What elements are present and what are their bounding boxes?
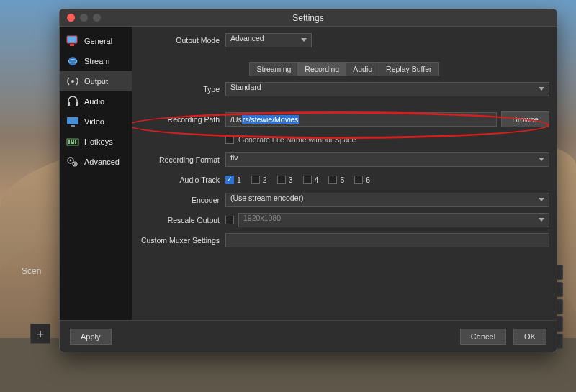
sidebar-item-label: Stream	[84, 57, 109, 65]
rescale-resolution-select: 1920x1080	[238, 213, 549, 227]
tab-streaming[interactable]: Streaming	[249, 62, 298, 76]
audio-track-label: Audio Track	[139, 176, 225, 184]
generate-filename-checkbox[interactable]	[225, 135, 234, 144]
sidebar-item-video[interactable]: Video	[60, 111, 132, 132]
gears-icon	[66, 155, 80, 168]
ok-button[interactable]: OK	[513, 329, 546, 345]
cancel-button[interactable]: Cancel	[460, 329, 506, 345]
svg-rect-8	[71, 125, 75, 127]
monitor-icon	[66, 35, 80, 47]
track-1-checkbox[interactable]	[225, 176, 234, 184]
svg-rect-7	[67, 117, 78, 124]
apply-button[interactable]: Apply	[70, 329, 112, 345]
headphones-icon	[66, 95, 80, 108]
recording-path-input[interactable]: /Usrs/stewie/Movies ⌶	[225, 112, 497, 127]
path-prefix: /Us	[230, 115, 242, 124]
sidebar-item-label: Output	[84, 77, 108, 86]
window-title: Settings	[60, 13, 557, 23]
tab-replay-buffer[interactable]: Replay Buffer	[379, 62, 438, 76]
svg-rect-10	[68, 140, 70, 142]
tab-recording[interactable]: Recording	[298, 62, 346, 76]
recording-format-select[interactable]: flv	[225, 152, 549, 167]
sidebar-item-stream[interactable]: Stream	[60, 51, 132, 71]
settings-footer: Apply Cancel OK	[60, 320, 557, 352]
main-window-scene-label: Scen	[22, 266, 41, 276]
sidebar-item-label: Audio	[84, 97, 104, 106]
output-mode-label: Output Mode	[139, 36, 225, 45]
globe-icon	[66, 55, 80, 68]
sidebar-item-label: Advanced	[84, 158, 120, 166]
recording-format-label: Recording Format	[139, 155, 225, 164]
type-label: Type	[139, 85, 225, 94]
sidebar-item-label: Video	[84, 117, 104, 126]
svg-rect-5	[68, 102, 70, 106]
track-num: 4	[315, 176, 319, 184]
svg-rect-1	[70, 44, 74, 46]
svg-point-4	[71, 80, 74, 83]
track-num: 1	[237, 176, 241, 184]
cursor-icon: ⌶	[245, 111, 251, 123]
settings-main-panel: Output Mode Advanced Streaming Recording…	[132, 27, 557, 320]
svg-rect-14	[68, 142, 70, 144]
settings-window: Settings General Stream Output Audio Vid	[59, 9, 557, 352]
svg-rect-6	[76, 102, 78, 106]
svg-rect-13	[75, 140, 76, 142]
track-4-checkbox[interactable]	[303, 176, 312, 184]
sidebar-item-label: Hotkeys	[84, 137, 113, 146]
svg-point-18	[70, 160, 72, 162]
muxer-label: Custom Muxer Settings	[139, 236, 225, 245]
sidebar-item-label: General	[84, 37, 112, 45]
muxer-input[interactable]	[225, 233, 549, 247]
svg-rect-11	[71, 140, 72, 142]
track-num: 3	[289, 176, 293, 184]
track-5-checkbox[interactable]	[328, 176, 337, 184]
sidebar-item-general[interactable]: General	[60, 31, 132, 51]
svg-rect-15	[71, 142, 74, 144]
rescale-checkbox[interactable]	[225, 216, 234, 224]
audio-track-group: 1 2 3 4 5 6	[225, 176, 549, 184]
svg-rect-16	[75, 142, 76, 144]
type-select[interactable]: Standard	[225, 82, 549, 96]
rescale-label: Rescale Output	[139, 216, 225, 224]
track-num: 2	[263, 176, 267, 184]
track-3-checkbox[interactable]	[277, 176, 286, 184]
svg-rect-0	[67, 36, 77, 43]
track-num: 5	[340, 176, 344, 184]
output-tabs: Streaming Recording Audio Replay Buffer	[249, 62, 438, 76]
browse-button[interactable]: Browse	[501, 111, 549, 127]
broadcast-icon	[66, 75, 80, 88]
svg-rect-12	[73, 140, 74, 142]
track-6-checkbox[interactable]	[354, 176, 363, 184]
sidebar-item-audio[interactable]: Audio	[60, 91, 132, 111]
sidebar-item-hotkeys[interactable]: Hotkeys	[60, 132, 132, 152]
svg-point-20	[74, 163, 76, 165]
svg-rect-9	[67, 139, 78, 145]
output-mode-select[interactable]: Advanced	[225, 33, 312, 47]
sidebar-item-advanced[interactable]: Advanced	[60, 152, 132, 172]
tab-audio[interactable]: Audio	[346, 62, 379, 76]
keyboard-icon	[66, 135, 80, 148]
track-2-checkbox[interactable]	[251, 176, 260, 184]
sidebar-item-output[interactable]: Output	[60, 71, 132, 91]
track-num: 6	[366, 176, 370, 184]
settings-sidebar: General Stream Output Audio Video Hotkey…	[60, 27, 132, 320]
svg-point-2	[68, 57, 77, 65]
titlebar[interactable]: Settings	[60, 9, 557, 27]
generate-filename-label: Generate File Name without Space	[238, 135, 356, 144]
display-icon	[66, 115, 80, 128]
recording-path-label: Recording Path	[139, 115, 225, 124]
add-scene-button[interactable]: +	[30, 324, 50, 344]
encoder-label: Encoder	[139, 196, 225, 204]
encoder-select[interactable]: (Use stream encoder)	[225, 193, 549, 207]
